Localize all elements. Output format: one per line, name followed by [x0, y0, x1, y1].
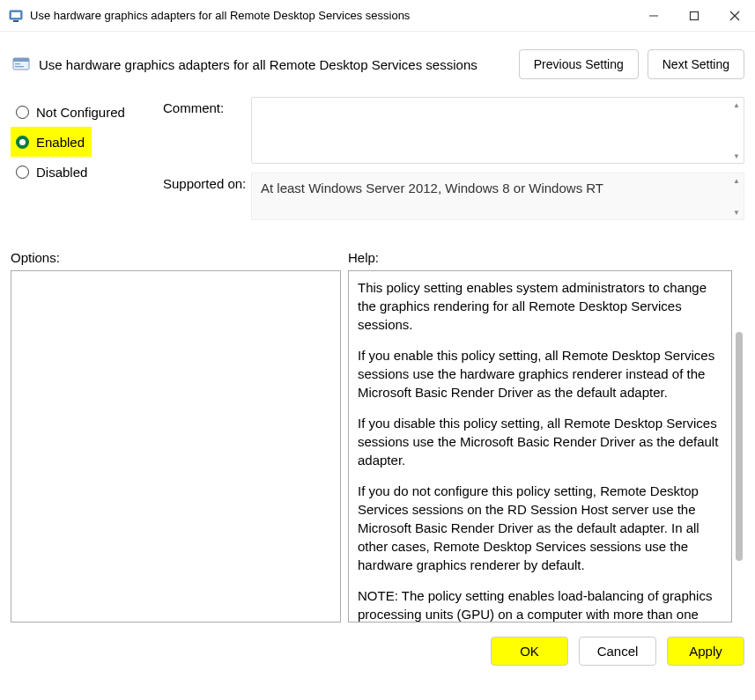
previous-setting-button[interactable]: Previous Setting	[519, 49, 639, 79]
ok-button[interactable]: OK	[491, 637, 568, 666]
titlebar: Use hardware graphics adapters for all R…	[0, 0, 755, 32]
options-panel	[11, 270, 341, 623]
dialog-footer: OK Cancel Apply	[0, 623, 755, 680]
svg-rect-4	[691, 11, 699, 19]
cancel-button[interactable]: Cancel	[579, 637, 656, 666]
maximize-button[interactable]	[674, 0, 714, 32]
radio-enabled-label: Enabled	[36, 135, 85, 150]
radio-enabled[interactable]: Enabled	[11, 127, 92, 157]
svg-rect-10	[15, 66, 24, 67]
help-text-p3: If you disable this policy setting, all …	[358, 414, 722, 469]
svg-rect-2	[13, 20, 19, 22]
help-text-p4: If you do not configure this policy sett…	[358, 482, 722, 574]
supported-on-label: Supported on:	[163, 173, 251, 220]
supported-on-box: At least Windows Server 2012, Windows 8 …	[251, 173, 744, 220]
next-setting-button[interactable]: Next Setting	[648, 49, 744, 79]
radio-not-configured-label: Not Configured	[36, 105, 125, 120]
scroll-up-icon[interactable]: ▲	[733, 101, 740, 108]
apply-button[interactable]: Apply	[667, 637, 744, 666]
supported-on-value: At least Windows Server 2012, Windows 8 …	[261, 181, 603, 195]
policy-icon	[12, 55, 30, 73]
comment-input[interactable]: ▲ ▼	[251, 97, 744, 164]
help-label: Help:	[348, 250, 379, 265]
help-panel[interactable]: This policy setting enables system admin…	[348, 270, 732, 623]
state-radio-group: Not Configured Enabled Disabled	[11, 97, 147, 229]
svg-rect-9	[15, 63, 20, 64]
help-scrollbar-thumb[interactable]	[736, 332, 743, 561]
window-buttons	[633, 0, 755, 32]
comment-label: Comment:	[163, 97, 251, 164]
scroll-down-icon[interactable]: ▼	[733, 209, 740, 216]
help-text-p5: NOTE: The policy setting enables load-ba…	[358, 586, 722, 623]
help-scrollbar[interactable]	[734, 270, 744, 623]
svg-rect-1	[11, 12, 20, 18]
radio-disabled[interactable]: Disabled	[11, 157, 147, 187]
scroll-down-icon[interactable]: ▼	[733, 152, 740, 159]
svg-rect-8	[13, 58, 29, 62]
scroll-up-icon[interactable]: ▲	[733, 177, 740, 184]
options-label: Options:	[11, 250, 348, 265]
radio-disabled-label: Disabled	[36, 165, 87, 180]
close-button[interactable]	[714, 0, 755, 32]
header: Use hardware graphics adapters for all R…	[11, 49, 744, 79]
help-text-p1: This policy setting enables system admin…	[358, 278, 722, 334]
radio-not-configured[interactable]: Not Configured	[11, 97, 147, 127]
policy-title: Use hardware graphics adapters for all R…	[39, 57, 510, 72]
minimize-button[interactable]	[633, 0, 674, 32]
help-text-p2: If you enable this policy setting, all R…	[358, 346, 722, 402]
window-title: Use hardware graphics adapters for all R…	[30, 9, 633, 22]
app-icon	[9, 9, 23, 23]
